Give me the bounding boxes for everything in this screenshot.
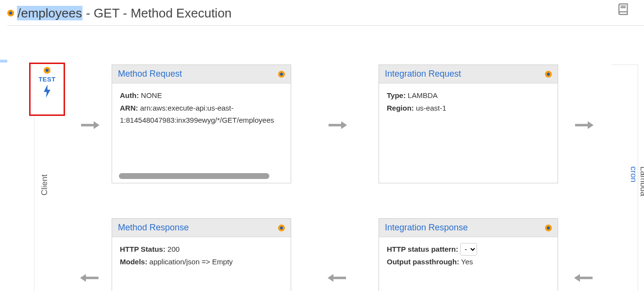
http-pattern-label: HTTP status pattern: bbox=[387, 245, 460, 253]
test-label: TEST bbox=[31, 76, 64, 83]
method-request-card: Method Request Auth: NONE ARN: arn:aws:e… bbox=[112, 65, 291, 183]
arrow-left-icon bbox=[328, 273, 347, 285]
horizontal-scrollbar[interactable] bbox=[119, 173, 284, 179]
arrow-left-icon bbox=[574, 273, 594, 285]
integration-request-link[interactable]: Integration Request bbox=[385, 69, 461, 79]
passthrough-label: Output passthrough: bbox=[387, 258, 459, 266]
method-request-link[interactable]: Method Request bbox=[118, 69, 182, 79]
integration-response-link[interactable]: Integration Response bbox=[385, 223, 468, 233]
integration-request-card: Integration Request Type: LAMBDA Region:… bbox=[379, 65, 558, 183]
passthrough-value: Yes bbox=[459, 258, 473, 266]
lambda-function-link[interactable]: cron bbox=[629, 166, 638, 182]
arrow-left-icon bbox=[80, 273, 99, 285]
svg-marker-9 bbox=[80, 274, 86, 282]
http-pattern-select[interactable]: - bbox=[460, 243, 477, 256]
method-request-dot-icon bbox=[278, 71, 285, 78]
auth-value: NONE bbox=[139, 91, 162, 99]
auth-label: Auth: bbox=[120, 91, 139, 99]
arrow-right-icon bbox=[80, 120, 99, 132]
method-response-link[interactable]: Method Response bbox=[118, 223, 189, 233]
integration-response-dot-icon bbox=[545, 225, 552, 231]
arrow-right-icon bbox=[574, 120, 594, 132]
type-value: LAMBDA bbox=[406, 91, 438, 99]
page-header: /employees - GET - Method Execution bbox=[7, 0, 644, 26]
http-status-value: 200 bbox=[165, 245, 180, 253]
arn-label: ARN: bbox=[120, 104, 138, 112]
svg-marker-5 bbox=[341, 121, 347, 129]
page-title: /employees - GET - Method Execution bbox=[17, 6, 231, 21]
lambda-label: Lambda cron bbox=[628, 166, 644, 196]
arn-value: arn:aws:execute-api:us-east-1:8145480479… bbox=[120, 104, 274, 125]
test-dot-icon bbox=[44, 67, 50, 74]
svg-marker-11 bbox=[328, 274, 333, 282]
title-path: /employees bbox=[17, 6, 83, 20]
region-label: Region: bbox=[387, 104, 414, 112]
http-status-label: HTTP Status: bbox=[120, 245, 165, 253]
client-label: Client bbox=[40, 175, 50, 195]
integration-request-dot-icon bbox=[545, 71, 552, 78]
svg-marker-3 bbox=[94, 121, 99, 129]
test-button[interactable]: TEST bbox=[29, 63, 65, 116]
arrow-right-icon bbox=[328, 120, 347, 132]
resource-dot-icon bbox=[7, 10, 14, 16]
method-response-card: Method Response HTTP Status: 200 Models:… bbox=[112, 218, 291, 291]
docs-icon[interactable] bbox=[617, 3, 629, 17]
models-label: Models: bbox=[120, 258, 148, 266]
method-response-dot-icon bbox=[278, 225, 285, 231]
type-label: Type: bbox=[387, 91, 406, 99]
svg-marker-7 bbox=[588, 121, 594, 129]
models-value: application/json => Empty bbox=[148, 258, 233, 266]
svg-marker-13 bbox=[574, 274, 580, 282]
integration-response-card: Integration Response HTTP status pattern… bbox=[379, 218, 558, 291]
bolt-icon bbox=[31, 84, 64, 100]
region-value: us-east-1 bbox=[414, 104, 446, 112]
